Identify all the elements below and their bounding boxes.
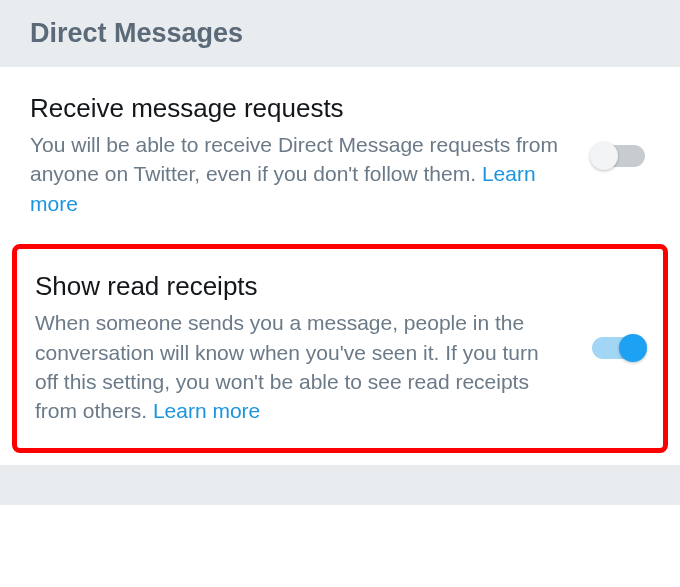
section-title: Direct Messages bbox=[30, 18, 650, 49]
read-receipts-toggle[interactable] bbox=[587, 334, 645, 362]
setting-read-receipts: Show read receipts When someone sends yo… bbox=[17, 249, 663, 448]
setting-description-text: When someone sends you a message, people… bbox=[35, 311, 539, 422]
setting-description: You will be able to receive Direct Messa… bbox=[30, 130, 572, 218]
toggle-knob bbox=[590, 142, 618, 170]
setting-receive-requests: Receive message requests You will be abl… bbox=[0, 67, 680, 244]
learn-more-link[interactable]: Learn more bbox=[153, 399, 260, 422]
setting-title: Show read receipts bbox=[35, 271, 567, 302]
highlight-annotation: Show read receipts When someone sends yo… bbox=[12, 244, 668, 453]
section-header: Direct Messages bbox=[0, 0, 680, 67]
setting-title: Receive message requests bbox=[30, 93, 572, 124]
setting-description: When someone sends you a message, people… bbox=[35, 308, 567, 426]
setting-content: Show read receipts When someone sends yo… bbox=[35, 271, 587, 426]
receive-requests-toggle[interactable] bbox=[592, 142, 650, 170]
footer-spacer bbox=[0, 465, 680, 505]
setting-content: Receive message requests You will be abl… bbox=[30, 93, 592, 218]
settings-list: Receive message requests You will be abl… bbox=[0, 67, 680, 453]
setting-description-text: You will be able to receive Direct Messa… bbox=[30, 133, 558, 185]
toggle-knob bbox=[619, 334, 647, 362]
